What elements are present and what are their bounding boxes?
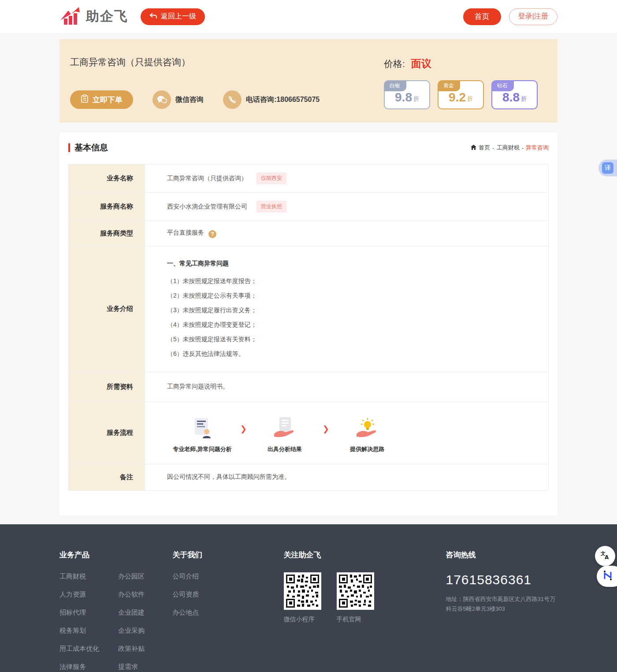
provider-type-value: 平台直接服务 xyxy=(167,229,204,236)
logo[interactable]: 助企飞 xyxy=(59,6,128,27)
flow-arrow-icon: ❯ xyxy=(323,424,329,434)
hand-lightbulb-icon xyxy=(356,416,379,439)
flow-step-2: 出具分析结果 xyxy=(249,416,320,453)
logo-text: 助企飞 xyxy=(86,7,128,26)
phone-icon xyxy=(223,90,242,109)
footer-link[interactable]: 公司介绍 xyxy=(172,572,257,581)
tier-silver[interactable]: 白银 9.8 折 xyxy=(384,80,430,109)
footer-link[interactable]: 办公地点 xyxy=(172,609,257,617)
translate-glyph-icon: 文 A xyxy=(600,550,610,562)
phone-consult-label: 电话咨询:18066575075 xyxy=(246,95,320,105)
remark-value: 因公司情况不同，具体以工商顾问所需为准。 xyxy=(145,464,549,490)
table-row-remark: 备注 因公司情况不同，具体以工商顾问所需为准。 xyxy=(69,464,549,490)
row-label: 业务介绍 xyxy=(69,246,145,372)
qr-code-image xyxy=(337,572,374,610)
footer-link[interactable]: 税务筹划 xyxy=(59,627,106,635)
footer-about-column: 关于我们 公司介绍 公司资质 办公地点 xyxy=(172,550,257,671)
row-label: 服务商类型 xyxy=(69,221,145,246)
footer-hotline-column: 咨询热线 17615836361 地址：陕西省西安市高新区丈八西路31号万科云谷… xyxy=(446,550,558,671)
wechat-icon xyxy=(152,90,171,109)
service-title: 工商异常咨询（只提供咨询） xyxy=(70,56,384,68)
header: 助企飞 返回上一级 首页 登录|注册 xyxy=(0,0,617,34)
svg-text:A: A xyxy=(605,554,609,560)
row-label: 备注 xyxy=(69,464,145,490)
table-row-intro: 业务介绍 一、常见工商异常问题 （1）未按照规定报送年度报告； （2）未按照规定… xyxy=(69,246,549,372)
hotline-title: 咨询热线 xyxy=(446,550,558,560)
footer-link[interactable]: 人力资源 xyxy=(59,590,106,599)
intro-item: （2）未按照规定公示有关事项； xyxy=(167,288,539,303)
table-row-name: 业务名称 工商异常咨询（只提供咨询） 仅限西安 xyxy=(69,164,549,193)
footer-follow-title: 关注助企飞 xyxy=(284,550,420,560)
back-button[interactable]: 返回上一级 xyxy=(141,8,205,25)
flow-arrow-icon: ❯ xyxy=(240,424,247,434)
flow-step-1: 专业老师,异常问题分析 xyxy=(167,416,238,453)
intro-item: （1）未按照规定报送年度报告； xyxy=(167,274,539,288)
hero-section: 工商异常咨询（只提供咨询） 立即下单 xyxy=(59,39,558,123)
footer-link[interactable]: 工商财税 xyxy=(59,572,106,581)
footer-link[interactable]: 招标代理 xyxy=(59,609,106,617)
footer-link[interactable]: 企业采购 xyxy=(118,627,167,635)
footer-link[interactable]: 政策补贴 xyxy=(118,645,167,653)
row-label: 业务名称 xyxy=(69,164,145,193)
footer-link[interactable]: 公司资质 xyxy=(172,590,257,599)
translate-side-tab[interactable]: 译 xyxy=(598,160,617,176)
tier-gold-tag: 黄金 xyxy=(438,81,460,91)
clipboard-icon xyxy=(81,94,89,105)
license-badge[interactable]: 营业执照 xyxy=(256,201,287,213)
footer-products-title: 业务产品 xyxy=(59,550,167,560)
tier-silver-tag: 白银 xyxy=(384,81,406,91)
footer-link[interactable]: 办公园区 xyxy=(118,572,167,581)
logo-icon xyxy=(59,6,82,27)
service-flow: 专业老师,异常问题分析 ❯ xyxy=(167,410,539,456)
footer-products-column: 业务产品 工商财税 办公园区 人力资源 办公软件 招标代理 企业团建 税务筹划 … xyxy=(59,550,167,671)
flow-step-3: 提供解决思路 xyxy=(332,416,402,453)
intro-item: （5）未按照规定报送有关资料； xyxy=(167,332,539,347)
info-table: 业务名称 工商异常咨询（只提供咨询） 仅限西安 服务商名称 西安小水滴企业管理有… xyxy=(68,164,549,491)
share-network-fab[interactable] xyxy=(597,566,617,587)
footer: 业务产品 工商财税 办公园区 人力资源 办公软件 招标代理 企业团建 税务筹划 … xyxy=(0,524,617,672)
footer-follow-column: 关注助企飞 xyxy=(284,550,420,671)
wechat-consult-label: 微信咨询 xyxy=(175,95,204,105)
tier-gold[interactable]: 黄金 9.2 折 xyxy=(438,80,484,109)
order-now-label: 立即下单 xyxy=(93,95,123,105)
footer-link[interactable]: 企业团建 xyxy=(118,609,167,617)
tier-silver-discount: 9.8 xyxy=(395,90,412,105)
help-icon[interactable]: ? xyxy=(208,230,216,238)
order-now-button[interactable]: 立即下单 xyxy=(70,90,133,109)
footer-link[interactable]: 办公软件 xyxy=(118,590,167,599)
home-button[interactable]: 首页 xyxy=(463,8,501,25)
price-value: 面议 xyxy=(411,58,431,69)
footer-about-title: 关于我们 xyxy=(172,550,257,560)
google-translate-fab[interactable]: 文 A xyxy=(595,546,615,566)
region-badge: 仅限西安 xyxy=(256,172,287,184)
tier-diamond-discount: 8.8 xyxy=(502,90,520,105)
service-name-value: 工商异常咨询（只提供咨询） xyxy=(167,175,247,182)
basic-info-card: 基本信息 首页 - 工商财税 - 异常咨询 业务名称 工商异常咨询（只提供咨询）… xyxy=(59,132,558,515)
discount-tiers: 白银 9.8 折 黄金 9.2 折 钻石 8.8 折 xyxy=(384,80,547,109)
flow-step-3-label: 提供解决思路 xyxy=(350,445,384,453)
section-title-bar xyxy=(68,143,70,152)
back-icon xyxy=(149,12,157,21)
section-title: 基本信息 xyxy=(68,142,108,153)
footer-link[interactable]: 提需求 xyxy=(118,663,167,671)
back-button-label: 返回上一级 xyxy=(161,12,196,21)
breadcrumb-current: 异常咨询 xyxy=(526,144,549,152)
tier-diamond[interactable]: 钻石 8.8 折 xyxy=(491,80,538,109)
wechat-consult[interactable]: 微信咨询 xyxy=(152,90,204,109)
breadcrumb-section[interactable]: 工商财税 xyxy=(497,144,520,152)
translate-icon: 译 xyxy=(602,162,613,174)
tier-diamond-tag: 钻石 xyxy=(492,81,514,91)
table-row-flow: 服务流程 xyxy=(69,402,549,464)
breadcrumb-sep: - xyxy=(522,145,524,151)
tier-gold-unit: 折 xyxy=(467,95,473,103)
footer-link[interactable]: 法律服务 xyxy=(59,663,106,671)
footer-link[interactable]: 用工成本优化 xyxy=(59,645,106,653)
network-icon xyxy=(602,570,613,583)
breadcrumb-home[interactable]: 首页 xyxy=(479,144,490,152)
login-register-button[interactable]: 登录|注册 xyxy=(509,8,558,25)
tier-gold-discount: 9.2 xyxy=(449,90,466,105)
company-address: 地址：陕西省西安市高新区丈八西路31号万科云谷5幢2单元3楼303 xyxy=(446,594,558,614)
table-row-provider-type: 服务商类型 平台直接服务 ? xyxy=(69,221,549,246)
phone-consult[interactable]: 电话咨询:18066575075 xyxy=(223,90,320,109)
tier-silver-unit: 折 xyxy=(413,95,419,103)
